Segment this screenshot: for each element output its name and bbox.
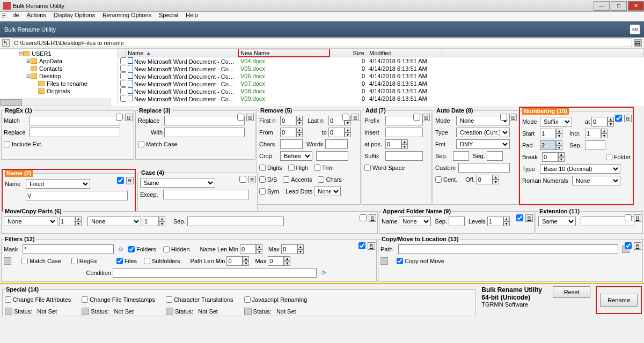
special-jr[interactable] — [244, 296, 251, 303]
extension-reset[interactable]: R — [634, 214, 641, 222]
add-atpos[interactable] — [385, 139, 401, 149]
table-row[interactable]: New Microsoft Word Document - Copy (7).d… — [118, 87, 644, 95]
replace-matchcase-check[interactable] — [138, 141, 144, 147]
numbering-sep[interactable] — [585, 140, 605, 150]
table-row[interactable]: New Microsoft Word Document - Copy (6).d… — [118, 80, 644, 87]
filters-subfolders[interactable] — [144, 258, 150, 264]
filters-reset[interactable]: R — [368, 242, 375, 250]
name-enable-check[interactable] — [117, 177, 124, 184]
maximize-button[interactable]: □ — [611, 1, 627, 11]
movecopy-enable[interactable] — [360, 214, 367, 221]
movecopy-sep[interactable] — [187, 217, 284, 226]
path-input[interactable] — [12, 39, 632, 47]
menu-file[interactable]: File — [2, 12, 19, 21]
remove-chars[interactable] — [280, 139, 303, 149]
tree-icon[interactable]: ▤ — [634, 39, 642, 47]
numbering-mode[interactable]: Suffix — [540, 117, 572, 126]
appendfolder-levels[interactable] — [487, 217, 503, 226]
numbering-reset-btn[interactable]: R — [624, 115, 632, 122]
tree-desktop[interactable]: Desktop — [39, 73, 61, 79]
numbering-enable-check[interactable] — [615, 115, 622, 122]
add-insert[interactable] — [385, 128, 423, 137]
col-modified[interactable]: Modified — [367, 49, 442, 57]
regex-enable-check[interactable] — [116, 114, 123, 121]
table-row[interactable]: New Microsoft Word Document - Copy (8).d… — [118, 95, 644, 102]
add-enable-check[interactable] — [413, 114, 420, 121]
remove-firstn[interactable] — [280, 116, 296, 125]
name-reset-btn[interactable]: R — [126, 177, 134, 184]
menu-display[interactable]: Display Options — [54, 12, 95, 21]
remove-crop-select[interactable]: Before — [280, 151, 312, 161]
table-row[interactable]: New Microsoft Word Document - Copy (3).d… — [118, 57, 644, 65]
appendfolder-sep[interactable] — [449, 217, 465, 226]
name-mode-select[interactable]: Fixed — [26, 179, 90, 189]
movecopy-sel1[interactable]: None — [4, 217, 57, 226]
regex-reset-btn[interactable]: R — [125, 114, 133, 121]
file-list-header[interactable]: Name ▲ New Name Size Modified — [118, 49, 644, 57]
special-cfa[interactable] — [5, 296, 11, 303]
tree-filesrename[interactable]: Files to rename — [47, 80, 87, 87]
menu-special[interactable]: Special — [159, 12, 178, 21]
remove-crop-input[interactable] — [316, 151, 348, 161]
numbering-pad[interactable] — [540, 140, 556, 150]
remove-chars2[interactable] — [318, 176, 324, 183]
autodate-type[interactable]: Creation (Curr.) — [456, 128, 510, 137]
case-enable-check[interactable] — [239, 176, 246, 183]
numbering-break[interactable] — [542, 152, 558, 162]
filters-pathmin[interactable] — [226, 256, 243, 266]
filters-folders[interactable] — [128, 246, 135, 252]
appendfolder-enable[interactable] — [516, 214, 523, 221]
remove-accents[interactable] — [283, 176, 289, 183]
table-row[interactable]: New Microsoft Word Document - Copy (5).d… — [118, 72, 644, 80]
tree-originals[interactable]: Originals — [47, 88, 70, 94]
trans-icon[interactable] — [166, 308, 173, 315]
col-newname[interactable]: New Name — [238, 49, 330, 57]
ts-icon[interactable] — [82, 308, 89, 315]
up-folder-icon[interactable]: ↰ — [2, 39, 10, 47]
copy-icon[interactable] — [380, 257, 388, 265]
rename-button[interactable]: Rename — [600, 294, 638, 307]
copymove-copynotmove[interactable] — [397, 258, 403, 264]
menu-renaming[interactable]: Renaming Options — [103, 12, 151, 21]
movecopy-n2[interactable] — [143, 217, 159, 226]
filters-matchcase[interactable] — [21, 258, 28, 264]
name-value-input[interactable] — [26, 191, 128, 200]
remove-enable-check[interactable] — [342, 114, 349, 121]
numbering-at[interactable] — [591, 117, 608, 126]
filters-pathmax[interactable] — [268, 256, 284, 266]
filter-icon[interactable] — [4, 257, 11, 265]
case-reset-btn[interactable]: R — [248, 176, 256, 183]
attr-icon[interactable] — [5, 308, 12, 315]
filters-files[interactable] — [116, 258, 123, 264]
reset-button[interactable]: Reset — [553, 286, 590, 298]
remove-trim[interactable] — [314, 165, 320, 171]
menu-help[interactable]: Help — [186, 12, 198, 21]
filters-namemin[interactable] — [240, 244, 256, 254]
row-check[interactable] — [120, 57, 126, 64]
replace-with-input[interactable] — [164, 128, 245, 137]
remove-leaddots-select[interactable]: None — [314, 187, 341, 196]
tree-hscroll[interactable] — [0, 99, 111, 106]
filters-regex[interactable] — [71, 258, 78, 264]
minimize-button[interactable]: — — [594, 1, 610, 11]
case-excep-input[interactable] — [163, 190, 249, 199]
movecopy-sel2[interactable]: None — [87, 217, 141, 226]
autodate-fmt[interactable]: DMY — [456, 139, 510, 149]
tree-user[interactable]: USER1 — [32, 50, 52, 57]
autodate-custom[interactable] — [458, 163, 510, 173]
copymove-reset[interactable]: R — [634, 242, 641, 250]
table-row[interactable]: New Microsoft Word Document - Copy (4).d… — [118, 65, 644, 72]
copymove-enable[interactable] — [625, 242, 632, 249]
replace-enable-check[interactable] — [237, 114, 244, 121]
filters-namemax[interactable] — [281, 244, 297, 254]
autodate-enable-check[interactable] — [500, 114, 507, 121]
refresh-icon[interactable]: ⟳ — [119, 246, 123, 253]
autodate-sep[interactable] — [453, 151, 469, 161]
copymove-path[interactable] — [398, 244, 618, 254]
add-reset-btn[interactable]: R — [422, 114, 430, 121]
numbering-incr[interactable] — [585, 129, 601, 138]
special-ct[interactable] — [166, 296, 172, 303]
row-check[interactable] — [120, 80, 126, 87]
autodate-reset-btn[interactable]: R — [509, 114, 517, 121]
regex-match-input[interactable] — [29, 116, 120, 125]
